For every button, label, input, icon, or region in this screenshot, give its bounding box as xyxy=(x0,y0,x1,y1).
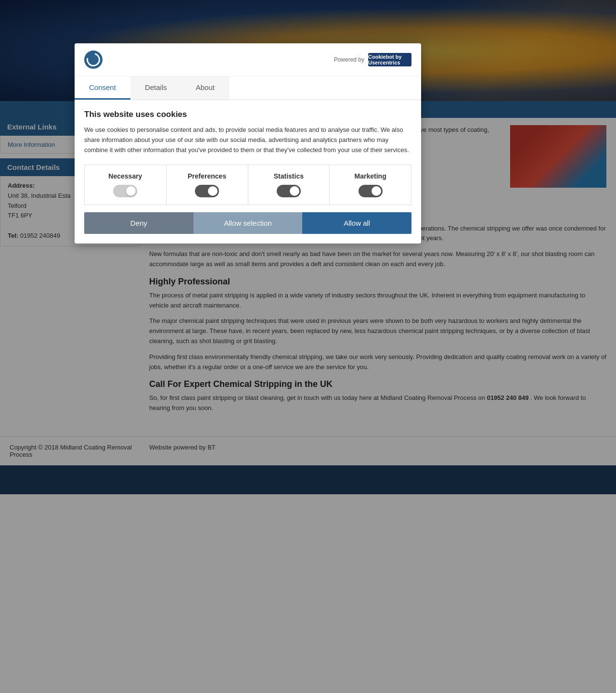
consent-toggles: Necessary Preferences Stat xyxy=(84,165,411,205)
necessary-label: Necessary xyxy=(108,172,142,180)
powered-by-block: Powered by Cookiebot by Usercentrics xyxy=(334,53,411,66)
necessary-toggle xyxy=(113,185,137,197)
modal-title: This website uses cookies xyxy=(84,110,411,119)
page-wrapper: External Links More Information Contact … xyxy=(0,0,616,693)
modal-body: This website uses cookies We use cookies… xyxy=(75,100,421,244)
cookiebot-logo-icon xyxy=(84,51,103,69)
consent-preferences: Preferences xyxy=(167,165,248,205)
allow-all-button[interactable]: Allow all xyxy=(302,212,411,234)
preferences-toggle[interactable] xyxy=(195,185,219,197)
modal-buttons: Deny Allow selection Allow all xyxy=(84,212,411,234)
cookiebot-label: Cookiebot by Usercentrics xyxy=(368,54,411,65)
powered-by-text: Powered by xyxy=(334,56,364,63)
modal-overlay[interactable]: Powered by Cookiebot by Usercentrics Con… xyxy=(0,0,616,693)
modal-description: We use cookies to personalise content an… xyxy=(84,125,411,155)
marketing-toggle-knob xyxy=(372,186,381,196)
preferences-toggle-knob xyxy=(208,186,218,196)
tab-about[interactable]: About xyxy=(181,77,229,100)
allow-selection-button[interactable]: Allow selection xyxy=(193,212,303,234)
statistics-toggle-knob xyxy=(290,186,299,196)
modal-tabs: Consent Details About xyxy=(75,77,421,100)
consent-necessary: Necessary xyxy=(85,165,167,205)
tab-details[interactable]: Details xyxy=(130,77,181,100)
cookiebot-logo-img: Cookiebot by Usercentrics xyxy=(368,53,411,66)
preferences-label: Preferences xyxy=(188,172,226,180)
cookie-modal: Powered by Cookiebot by Usercentrics Con… xyxy=(75,43,421,244)
deny-button[interactable]: Deny xyxy=(84,212,193,234)
statistics-toggle[interactable] xyxy=(277,185,301,197)
necessary-toggle-knob xyxy=(126,186,136,196)
consent-statistics: Statistics xyxy=(248,165,330,205)
marketing-label: Marketing xyxy=(355,172,386,180)
statistics-label: Statistics xyxy=(274,172,304,180)
marketing-toggle[interactable] xyxy=(359,185,383,197)
tab-consent[interactable]: Consent xyxy=(75,77,130,100)
modal-header: Powered by Cookiebot by Usercentrics xyxy=(75,43,421,77)
consent-marketing: Marketing xyxy=(330,165,411,205)
cookiebot-brand: Cookiebot by Usercentrics xyxy=(368,53,411,66)
